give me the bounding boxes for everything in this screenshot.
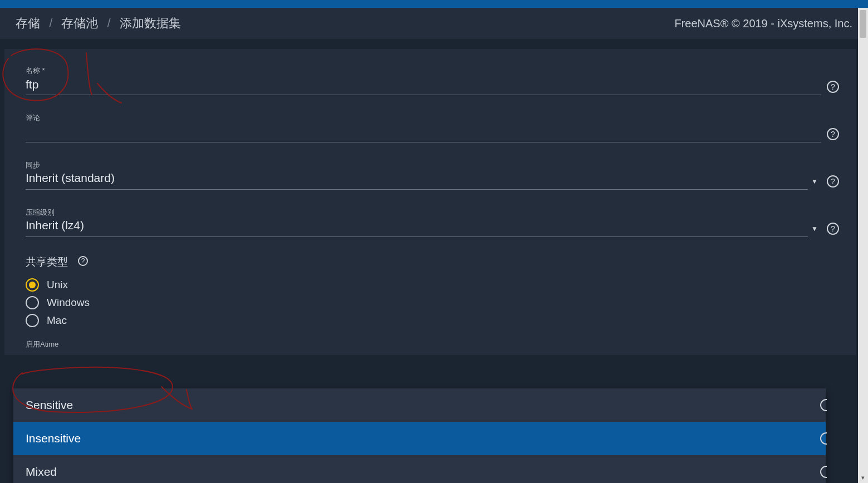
share-type-text: 共享类型 xyxy=(26,255,68,269)
comment-field-row: 评论 ? xyxy=(26,113,839,142)
breadcrumb-separator: / xyxy=(49,16,52,30)
breadcrumb-pools[interactable]: 存储池 xyxy=(61,16,98,30)
help-icon xyxy=(820,466,827,478)
help-icon[interactable]: ? xyxy=(827,128,839,140)
chevron-down-icon[interactable]: ▼ xyxy=(811,225,818,233)
page-header: 存储 / 存储池 / 添加数据集 FreeNAS® © 2019 - iXsys… xyxy=(0,8,868,39)
breadcrumb: 存储 / 存储池 / 添加数据集 xyxy=(16,15,181,32)
sync-value: Inherit (standard) xyxy=(26,171,808,187)
comment-field[interactable]: 评论 xyxy=(26,113,821,142)
form-panel: 名称 * ? 评论 ? 同步 Inherit (standard) ▼ ? 压缩… xyxy=(4,49,856,355)
name-field-row: 名称 * ? xyxy=(26,66,839,95)
radio-mac[interactable]: Mac xyxy=(26,314,839,327)
dropdown-panel: Sensitive Insensitive Mixed xyxy=(13,388,826,483)
radio-icon xyxy=(26,314,39,327)
sync-label: 同步 xyxy=(26,160,808,170)
name-label: 名称 * xyxy=(26,66,821,76)
atime-label: 启用Atime xyxy=(26,339,839,349)
option-label: Mixed xyxy=(26,465,57,478)
radio-label-mac: Mac xyxy=(47,314,67,327)
option-mixed[interactable]: Mixed xyxy=(13,455,826,483)
radio-windows[interactable]: Windows xyxy=(26,296,839,309)
option-sensitive[interactable]: Sensitive xyxy=(13,388,826,422)
top-accent-bar xyxy=(0,0,868,8)
sync-field-row: 同步 Inherit (standard) ▼ ? xyxy=(26,160,839,190)
help-icon[interactable]: ? xyxy=(827,81,839,93)
comment-label: 评论 xyxy=(26,113,821,123)
compression-select[interactable]: 压缩级别 Inherit (lz4) xyxy=(26,208,808,237)
option-label: Sensitive xyxy=(26,398,73,411)
scrollbar[interactable]: ▾ xyxy=(858,8,868,483)
breadcrumb-separator: / xyxy=(107,16,111,30)
compression-value: Inherit (lz4) xyxy=(26,219,808,234)
radio-icon xyxy=(26,278,39,292)
breadcrumb-add-dataset: 添加数据集 xyxy=(120,16,181,30)
option-insensitive[interactable]: Insensitive xyxy=(13,422,826,455)
name-field[interactable]: 名称 * xyxy=(26,66,821,95)
help-icon[interactable]: ? xyxy=(78,256,88,266)
name-input[interactable] xyxy=(26,77,821,92)
help-icon xyxy=(820,399,827,411)
help-icon[interactable]: ? xyxy=(827,223,839,235)
copyright-text: FreeNAS® © 2019 - iXsystems, Inc. xyxy=(674,17,852,30)
scroll-down-icon[interactable]: ▾ xyxy=(860,474,866,481)
share-type-label: 共享类型 ? xyxy=(26,255,839,269)
option-label: Insensitive xyxy=(26,432,81,445)
comment-input[interactable] xyxy=(26,124,821,140)
radio-unix[interactable]: Unix xyxy=(26,278,839,292)
sync-select[interactable]: 同步 Inherit (standard) xyxy=(26,160,808,190)
compression-label: 压缩级别 xyxy=(26,208,808,218)
help-icon xyxy=(820,432,827,445)
radio-label-windows: Windows xyxy=(47,297,90,309)
radio-icon xyxy=(26,296,39,309)
help-icon[interactable]: ? xyxy=(827,175,839,188)
chevron-down-icon[interactable]: ▼ xyxy=(811,178,818,185)
compression-field-row: 压缩级别 Inherit (lz4) ▼ ? xyxy=(26,208,839,237)
breadcrumb-storage[interactable]: 存储 xyxy=(16,16,40,30)
radio-label-unix: Unix xyxy=(47,279,68,291)
